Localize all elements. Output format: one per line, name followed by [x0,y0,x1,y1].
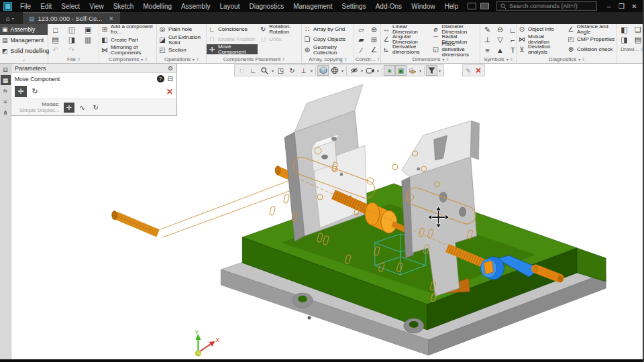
minimize-button[interactable]: – [602,3,615,10]
cancel-red-x-icon[interactable]: ✕ [166,87,173,97]
tree-panel-icon[interactable]: ⊟ [1,64,11,74]
collision-mode-button[interactable]: ↻ [91,103,101,113]
section-caret-icon[interactable]: ▾ [418,68,423,73]
edit-pencil-icon[interactable]: ✎ [466,67,471,74]
menu-addons[interactable]: Add-Ons [371,1,407,11]
camera-caret-icon[interactable]: ▾ [376,68,380,73]
gear-icon[interactable]: ⚙ [168,65,173,72]
zoom-icon[interactable] [259,65,270,76]
section-button[interactable]: ◰Section [157,46,206,56]
array-by-grid-button[interactable]: ∷Array by Grid [302,24,354,35]
hide-caret-icon[interactable]: ▾ [360,68,364,73]
orientation-caret-icon[interactable]: ▾ [309,68,314,73]
cmp-properties-button[interactable]: ◰CMP Properties [566,34,616,44]
document-tab-active[interactable]: ▤ 123.00.000 - Self-Ce... ✕ [23,12,120,24]
collision-check-button[interactable]: ⊗Collision check [566,44,616,54]
wireframe-display-icon[interactable] [329,65,340,76]
undo-icon[interactable]: ↶ [50,45,61,55]
base-symbol-icon[interactable]: ≡ [482,45,493,55]
menu-layout[interactable]: Layout [215,1,244,11]
app-logo-icon[interactable]: ▦ [3,2,12,11]
distance-angle-button[interactable]: ∠Distance and Angle [566,24,616,34]
mutual-deviation-button[interactable]: ⋈Mutual deviation [517,34,566,44]
layout-split-icon[interactable] [480,3,489,9]
3d-viewport[interactable]: Y X ∷ ∟ ▾ ◳ ↻ ⊥ ▾ [11,64,643,359]
move-mode-toggle[interactable]: ✛ [15,86,27,97]
leader-symbol-icon[interactable]: ▽ [494,35,506,45]
rotate-mode-toggle[interactable]: ↻ [29,86,41,97]
roughness-symbol-icon[interactable]: ✎ [482,25,493,35]
display-caret-icon[interactable]: ▾ [340,68,345,73]
section-display-icon[interactable] [407,65,418,76]
print-preview-icon[interactable]: ◨ [66,35,77,45]
create-part-button[interactable]: ◧Create Part [99,35,156,45]
autosolve-mode-button[interactable]: ∿ [77,103,88,113]
angular-dimension-button[interactable]: ∠Angular Dimension [381,34,431,44]
menu-view[interactable]: View [85,1,109,11]
layout-single-icon[interactable] [468,3,476,9]
help-icon[interactable]: ? [157,75,164,82]
filter-icon[interactable] [426,65,437,76]
diameter-dimension-button[interactable]: ⌀Diameter Dimension [431,24,480,34]
construction-offset-plane-icon[interactable]: ▰ [356,35,367,45]
menu-window[interactable]: Window [407,1,440,11]
close-button[interactable]: ✕ [628,3,641,10]
drawing-views-icon[interactable]: ◨ [619,35,630,45]
command-tree-icon[interactable]: ⊟ [168,75,173,82]
drawing-sheet-icon[interactable]: ❏ [633,25,644,35]
move-component-button[interactable]: ✛Move Component [207,44,258,54]
menu-sketch[interactable]: Sketch [109,1,139,11]
construction-plane-icon[interactable]: ▱ [356,25,367,35]
snap-toggle-icon[interactable]: ∗ [384,65,395,76]
drawing-spec-icon[interactable]: ▤ [633,35,644,45]
show-all-icon[interactable]: ∟ [248,65,259,76]
unfix-button[interactable]: ⊔Unfix [258,34,301,44]
save-icon[interactable]: ▣ [83,25,94,35]
cut-extrusion-button[interactable]: ◪Cut Extrusion Solid [157,35,206,46]
category-solid-modelling[interactable]: ◩Solid modelling [0,46,48,56]
menu-help[interactable]: Help [440,1,464,11]
toolbar-drag-handle[interactable]: ∷ [236,65,248,76]
enable-fixation-button[interactable]: ⊓Enable Fixation [207,34,258,44]
structure-panel-icon[interactable]: ⋔ [1,107,11,117]
save-as-icon[interactable]: ▥ [83,35,94,45]
construction-angle-icon[interactable]: ∠ [368,45,380,55]
derivative-dimensions-button[interactable]: ⊾Derivative dimensions [381,44,431,54]
orientation-axis-icon[interactable]: ⊥ [298,65,309,76]
parameters-panel-icon[interactable]: ▦ [1,75,11,85]
coincidence-button[interactable]: ∟Coincidence [207,24,258,34]
marking-symbol-icon[interactable]: ▲ [494,45,506,55]
home-button[interactable]: ⌂ ▾ [0,12,20,24]
mirroring-components-button[interactable]: ⋈Mirroring of Components [99,45,156,56]
datum-symbol-icon[interactable]: ⊥ [482,35,493,45]
redo-icon[interactable]: ↷ [66,45,77,55]
construction-axis-icon[interactable]: ∕ [356,45,367,55]
object-info-button[interactable]: ⊙Object Info [517,24,566,34]
pan-icon[interactable]: ◳ [275,65,286,76]
menu-modelling[interactable]: Modelling [138,1,176,11]
hide-objects-icon[interactable] [348,65,360,76]
menu-select[interactable]: Select [56,1,85,11]
search-commands-input[interactable]: Search commands (Alt+/) [496,1,597,11]
cancel-command-icon[interactable]: ✕ [475,66,481,75]
linear-dimension-button[interactable]: ↔Linear Dimension [381,24,431,34]
restore-button[interactable]: ❐ [615,3,628,10]
geometry-collection-button[interactable]: ⊛Geometry Collection [302,45,354,56]
menu-assembly[interactable]: Assembly [176,1,215,11]
variables-panel-icon[interactable]: fx [1,86,11,96]
print-icon[interactable]: ▤ [50,35,61,45]
solid-snap-icon[interactable]: ▣ [395,65,407,76]
new-document-icon[interactable]: □ [50,25,61,35]
menu-edit[interactable]: Edit [36,1,56,11]
messages-panel-icon[interactable]: ≡ [1,97,11,107]
tab-close-icon[interactable]: ✕ [109,15,114,22]
drawing-from-model-icon[interactable]: ◧ [619,25,630,35]
plain-hole-button[interactable]: ◎Plain hole [157,24,206,35]
filter-caret-icon[interactable]: ▾ [437,68,442,73]
rotate-view-icon[interactable]: ↻ [286,65,298,76]
category-expand-chevron[interactable]: ⌄ [0,56,48,63]
rotation-rotation-button[interactable]: ↻Rotation-Rotation [258,24,301,34]
category-management[interactable]: ▤Management [0,35,48,46]
category-assembly[interactable]: ▣Assembly [0,24,48,35]
simple-displacement-mode-button[interactable]: ✛ [64,103,74,113]
